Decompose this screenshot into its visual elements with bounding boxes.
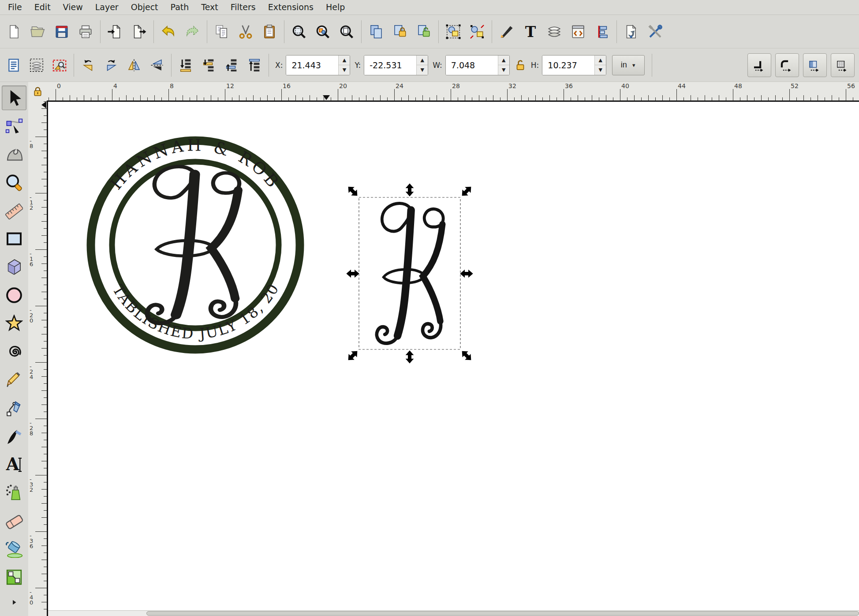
text-dialog-button[interactable]: T: [520, 21, 541, 42]
menu-extensions[interactable]: Extensions: [262, 0, 320, 15]
menu-layer[interactable]: Layer: [89, 0, 125, 15]
cut-button[interactable]: [235, 21, 256, 42]
tool-bezier-pen-button[interactable]: [2, 396, 26, 420]
redo-button[interactable]: [182, 21, 203, 42]
rotate-cw-button[interactable]: [101, 55, 121, 75]
undo-button[interactable]: [158, 21, 179, 42]
raise-button[interactable]: [221, 55, 242, 75]
toolbox-overflow-button[interactable]: [7, 597, 21, 608]
tool-gradient-button[interactable]: [2, 565, 26, 590]
horizontal-ruler[interactable]: 048121620242832364044485256: [47, 82, 859, 100]
scale-handle-bottom[interactable]: [406, 350, 414, 363]
tool-zoom-tool-button[interactable]: [2, 170, 26, 195]
open-document-button[interactable]: [27, 21, 49, 42]
scale-corners-button[interactable]: [775, 53, 799, 77]
select-all-button[interactable]: [4, 55, 24, 75]
save-document-button[interactable]: [51, 21, 72, 42]
lower-to-bottom-button[interactable]: [176, 55, 196, 75]
canvas[interactable]: HANNAH & ROB ESTABLISHED JULY 18, 2015: [47, 100, 859, 616]
x-input[interactable]: [286, 56, 338, 75]
x-spin-up[interactable]: ▲: [339, 56, 350, 66]
raise-to-top-button[interactable]: [244, 55, 265, 75]
scale-handle-left[interactable]: [346, 270, 359, 278]
scale-stroke-button[interactable]: [747, 53, 771, 77]
menu-view[interactable]: View: [57, 0, 89, 15]
units-dropdown[interactable]: in ▼: [612, 55, 645, 75]
move-patterns-button[interactable]: [831, 53, 855, 77]
monogram-badge-object[interactable]: HANNAH & ROB ESTABLISHED JULY 18, 2015: [48, 102, 300, 349]
print-button[interactable]: [75, 21, 96, 42]
select-all-layers-button[interactable]: [26, 55, 47, 75]
tool-eraser-button[interactable]: [2, 508, 26, 533]
h-input[interactable]: [542, 56, 594, 75]
duplicate-button[interactable]: [366, 21, 387, 42]
deselect-button[interactable]: [49, 55, 70, 75]
lock-ratio-icon[interactable]: [513, 58, 528, 73]
flip-horizontal-button[interactable]: [124, 55, 144, 75]
menu-file[interactable]: File: [2, 0, 28, 15]
tool-measure-button[interactable]: [2, 198, 26, 223]
scale-handle-top-right[interactable]: [459, 184, 474, 199]
scale-handle-bottom-left[interactable]: [345, 348, 360, 363]
h-spin-up[interactable]: ▲: [595, 56, 606, 66]
y-input[interactable]: [364, 56, 416, 75]
tool-spiral-button[interactable]: [2, 339, 26, 364]
tool-ellipse-button[interactable]: [2, 283, 26, 308]
guide-lock-corner[interactable]: [28, 82, 47, 100]
h-spin-down[interactable]: ▼: [595, 65, 606, 75]
unlink-clone-button[interactable]: [413, 21, 434, 42]
tool-text-tool-button[interactable]: A: [2, 452, 26, 477]
vertical-ruler[interactable]: -8-12-16-20-24-28-32-36-40: [28, 100, 47, 616]
zoom-selection-button[interactable]: [288, 21, 310, 42]
scale-handle-top[interactable]: [406, 183, 414, 196]
export-button[interactable]: [128, 21, 149, 42]
new-document-button[interactable]: [4, 21, 25, 42]
w-spin-down[interactable]: ▼: [498, 65, 509, 75]
zoom-page-button[interactable]: [336, 21, 357, 42]
tool-rectangle-button[interactable]: [2, 226, 26, 251]
menu-path[interactable]: Path: [164, 0, 195, 15]
tool-star-button[interactable]: [2, 311, 26, 336]
tool-paint-bucket-button[interactable]: [2, 537, 26, 561]
menu-filters[interactable]: Filters: [224, 0, 262, 15]
menu-text[interactable]: Text: [195, 0, 224, 15]
menu-edit[interactable]: Edit: [28, 0, 57, 15]
xml-editor-button[interactable]: [568, 21, 589, 42]
x-spin-down[interactable]: ▼: [339, 65, 350, 75]
tool-spray-button[interactable]: [2, 480, 26, 505]
scale-handle-right[interactable]: [460, 270, 473, 278]
tool-tweak-button[interactable]: [2, 142, 26, 167]
paste-button[interactable]: [259, 21, 280, 42]
tool-pencil-button[interactable]: [2, 367, 26, 392]
zoom-drawing-button[interactable]: [312, 21, 333, 42]
group-objects-button[interactable]: [443, 21, 464, 42]
tool-calligraphy-button[interactable]: [2, 424, 26, 449]
fill-stroke-dialog-button[interactable]: [496, 21, 517, 42]
align-distribute-button[interactable]: [591, 21, 613, 42]
tool-box-3d-button[interactable]: [2, 255, 26, 279]
lower-button[interactable]: [198, 55, 219, 75]
flip-vertical-button[interactable]: [147, 55, 167, 75]
y-spin-down[interactable]: ▼: [417, 65, 428, 75]
ungroup-objects-button[interactable]: [467, 21, 488, 42]
scale-handle-top-left[interactable]: [345, 184, 360, 199]
menu-help[interactable]: Help: [320, 0, 351, 15]
selected-letter-object[interactable]: [377, 203, 443, 343]
preferences-button[interactable]: [645, 21, 666, 42]
w-input[interactable]: [446, 56, 498, 75]
horizontal-scrollbar[interactable]: [48, 610, 859, 616]
rotate-ccw-button[interactable]: [78, 55, 98, 75]
document-properties-button[interactable]: [621, 21, 642, 42]
w-spin-up[interactable]: ▲: [498, 56, 509, 66]
copy-button[interactable]: [211, 21, 232, 42]
move-gradients-button[interactable]: [803, 53, 827, 77]
import-button[interactable]: [105, 21, 126, 42]
create-clone-button[interactable]: [389, 21, 411, 42]
menu-object[interactable]: Object: [125, 0, 164, 15]
tool-node-editor-button[interactable]: [2, 114, 26, 138]
horizontal-scrollbar-thumb[interactable]: [146, 611, 859, 616]
tool-selector-button[interactable]: [2, 85, 26, 110]
scale-handle-bottom-right[interactable]: [459, 348, 474, 363]
y-spin-up[interactable]: ▲: [417, 56, 428, 66]
layers-dialog-button[interactable]: [544, 21, 565, 42]
